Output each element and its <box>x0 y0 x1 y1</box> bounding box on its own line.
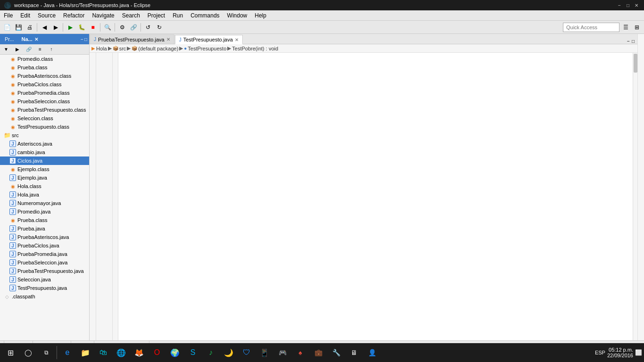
sidebar-tree-item[interactable]: JAsteriscos.java <box>0 140 89 148</box>
sidebar-tree-item[interactable]: ◉Prueba.class <box>0 216 89 224</box>
breadcrumb-method[interactable]: TestPobre(int) : void <box>232 46 278 51</box>
taskbar-opera[interactable]: O <box>149 344 165 361</box>
code-content[interactable] <box>118 53 633 340</box>
sidebar-tree-item[interactable]: JEjemplo.java <box>0 173 89 182</box>
sidebar-tree-item[interactable]: JPromedio.java <box>0 207 89 216</box>
sidebar-tab-pr[interactable]: Pr... <box>2 35 17 43</box>
menu-window[interactable]: Window <box>223 10 251 20</box>
taskbar-store[interactable]: 🛍 <box>95 344 112 361</box>
sidebar-tree-item[interactable]: 📁src <box>0 131 89 140</box>
sidebar-tree-item[interactable]: ◉TestPresupuesto.class <box>0 123 89 131</box>
taskbar-spotify[interactable]: ♪ <box>202 344 219 361</box>
sidebar-tree-item[interactable]: JSeleccion.java <box>0 275 89 284</box>
taskbar-chrome[interactable]: 🌐 <box>113 344 130 361</box>
breadcrumb-pkg[interactable]: (default package) <box>138 46 178 51</box>
views-btn[interactable]: ⊞ <box>632 22 642 33</box>
sidebar-tree-item[interactable]: ◉PruebaAsteriscos.class <box>0 72 89 80</box>
sidebar-tree-item[interactable]: JTestPresupuesto.java <box>0 284 89 292</box>
stop-btn[interactable]: ■ <box>88 22 98 33</box>
breadcrumb-class[interactable]: TestPresupuesto <box>188 46 226 51</box>
taskbar-whatsapp[interactable]: 📱 <box>256 344 273 361</box>
toolbar-btn8[interactable]: ↻ <box>154 22 165 33</box>
sidebar-tree-item[interactable]: JPruebaCiclos.java <box>0 241 89 250</box>
taskbar-game[interactable]: 🎮 <box>274 344 291 361</box>
sidebar-tree-item[interactable]: ◉PruebaPromedia.class <box>0 89 89 97</box>
sidebar-collapse-btn[interactable]: ▼ <box>1 44 11 55</box>
taskbar-card[interactable]: ♠ <box>292 344 309 361</box>
taskbar-internet[interactable]: 🌍 <box>166 344 183 361</box>
taskbar-task-view[interactable]: ⧉ <box>38 344 55 361</box>
menu-commands[interactable]: Commands <box>187 10 223 20</box>
taskbar-portrait[interactable]: 👤 <box>363 344 380 361</box>
forward-btn[interactable]: ▶ <box>50 22 61 33</box>
taskbar-monitor[interactable]: 🖥 <box>346 344 363 361</box>
taskbar-start[interactable]: ⊞ <box>2 344 19 361</box>
perspective-btn[interactable]: ☰ <box>620 22 631 33</box>
menu-help[interactable]: Help <box>251 10 270 20</box>
taskbar-moon[interactable]: 🌙 <box>220 344 237 361</box>
sidebar-tree-item[interactable]: ◇.classpath <box>0 292 89 301</box>
code-editor[interactable] <box>90 53 637 340</box>
taskbar-notification[interactable]: ⬜ <box>635 349 642 356</box>
minimize-button[interactable]: − <box>616 1 623 9</box>
toolbar-btn6[interactable]: 🔗 <box>128 22 139 33</box>
sidebar-tree-item[interactable]: ◉Hola.class <box>0 182 89 190</box>
sidebar-tree-item[interactable]: JPruebaAsteriscos.java <box>0 233 89 241</box>
sidebar-menu-btn[interactable]: ≡ <box>35 44 45 55</box>
taskbar-files[interactable]: 📁 <box>77 344 94 361</box>
taskbar-briefcase[interactable]: 💼 <box>310 344 327 361</box>
menu-project[interactable]: Project <box>144 10 169 20</box>
sidebar-maximize-btn[interactable]: □ <box>84 37 87 42</box>
toolbar-btn5[interactable]: ⚙ <box>117 22 127 33</box>
sidebar-tree-item[interactable]: ◉PruebaTestPresupuesto.class <box>0 106 89 114</box>
scrollbar-thumb[interactable] <box>634 54 637 73</box>
tab-prueba-test[interactable]: J PruebaTestPresupuesto.java ✕ <box>90 34 174 44</box>
menu-source[interactable]: Source <box>34 10 59 20</box>
save-btn[interactable]: 💾 <box>13 22 24 33</box>
sidebar-link-btn[interactable]: 🔗 <box>24 44 34 55</box>
breadcrumb-hola[interactable]: Hola <box>96 46 107 51</box>
menu-file[interactable]: File <box>0 10 17 20</box>
tab-maximize-btn[interactable]: □ <box>631 39 636 44</box>
back-btn[interactable]: ◀ <box>39 22 50 33</box>
sidebar-tree-item[interactable]: ◉PruebaCiclos.class <box>0 80 89 89</box>
menu-navigate[interactable]: Navigate <box>88 10 118 20</box>
debug-btn[interactable]: 🐛 <box>76 22 87 33</box>
taskbar-skype[interactable]: S <box>184 344 201 361</box>
sidebar-minimize-btn[interactable]: − <box>81 37 83 42</box>
tab-minimize-btn[interactable]: − <box>626 39 631 44</box>
sidebar-tree-item[interactable]: JCiclos.java <box>0 156 89 165</box>
sidebar-tree-item[interactable]: JHola.java <box>0 190 89 199</box>
sidebar-tree-item[interactable]: ◉Seleccion.class <box>0 114 89 123</box>
tab-prueba-close[interactable]: ✕ <box>166 37 170 42</box>
maximize-button[interactable]: □ <box>624 1 632 9</box>
sidebar-tree-item[interactable]: JPruebaTestPresupuesto.java <box>0 267 89 275</box>
taskbar-eclipse[interactable]: 🔧 <box>328 344 345 361</box>
sidebar-expand-btn[interactable]: ▶ <box>12 44 23 55</box>
sidebar-tab-na[interactable]: Na... ✕ <box>19 35 41 43</box>
sidebar-tree-item[interactable]: Jcambio.java <box>0 148 89 156</box>
close-button[interactable]: ✕ <box>633 1 640 9</box>
sidebar-tree-item[interactable]: ◉Ejemplo.class <box>0 165 89 173</box>
menu-run[interactable]: Run <box>169 10 187 20</box>
new-btn[interactable]: 📄 <box>2 22 12 33</box>
sidebar-tree-item[interactable]: ◉Prueba.class <box>0 63 89 72</box>
sidebar-tree-item[interactable]: JPruebaSeleccion.java <box>0 258 89 267</box>
sidebar-tree-item[interactable]: JNumeromayor.java <box>0 199 89 207</box>
breadcrumb-src[interactable]: src <box>119 46 126 51</box>
taskbar-edge[interactable]: e <box>59 344 76 361</box>
menu-refactor[interactable]: Refactor <box>59 10 88 20</box>
print-btn[interactable]: 🖨 <box>25 22 35 33</box>
tab-test-presupuesto[interactable]: J TestPresupuesto.java ✕ <box>175 35 243 44</box>
tab-test-close[interactable]: ✕ <box>235 37 239 42</box>
menu-edit[interactable]: Edit <box>17 10 34 20</box>
search-toolbar-btn[interactable]: 🔍 <box>102 22 113 33</box>
toolbar-btn7[interactable]: ↺ <box>143 22 153 33</box>
sidebar-tree-item[interactable]: JPrueba.java <box>0 224 89 233</box>
menu-search[interactable]: Search <box>118 10 144 20</box>
taskbar-search[interactable]: ◯ <box>20 344 37 361</box>
scrollbar-right[interactable] <box>633 53 637 340</box>
sidebar-tree-item[interactable]: ◉PruebaSeleccion.class <box>0 97 89 106</box>
sidebar-tree-item[interactable]: ◉Promedio.class <box>0 55 89 63</box>
sidebar-up-btn[interactable]: ↑ <box>46 44 57 55</box>
